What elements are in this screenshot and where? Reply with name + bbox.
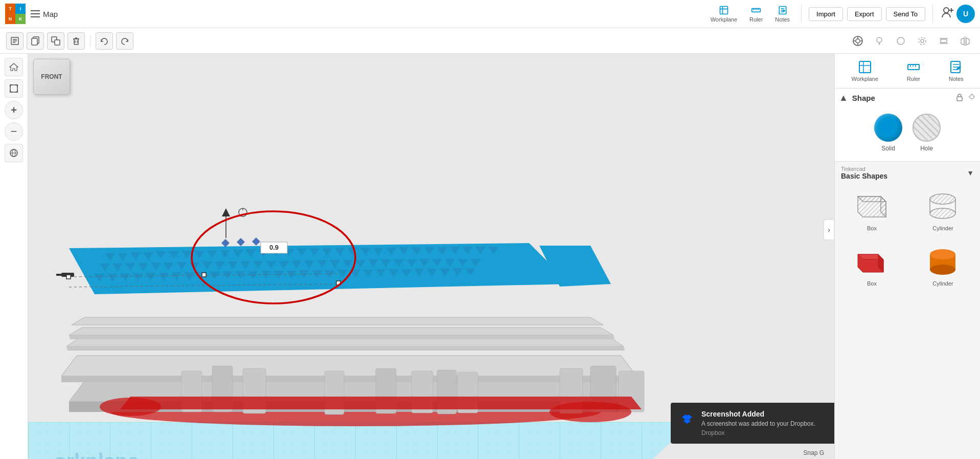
hamburger-icon [31, 10, 40, 17]
shape-label-cylinder-wire: Cylinder [932, 225, 953, 231]
workplane-tool[interactable]: Workplane [847, 58, 882, 84]
send-to-button[interactable]: Send To [886, 7, 925, 21]
shapes-grid: Box [839, 184, 976, 290]
user-avatar[interactable]: U [956, 5, 975, 23]
camera-annotation-icon [852, 35, 863, 47]
shape-item-cylinder-wire[interactable]: Cylinder [910, 184, 976, 234]
shape-library[interactable]: Tinkercad Basic Shapes ▼ [835, 162, 980, 459]
notification-title: Screenshot Added [701, 410, 826, 418]
perspective-icon [9, 148, 18, 158]
hole-option[interactable]: Hole [913, 114, 941, 152]
shape-collapse-arrow[interactable]: ▲ [839, 93, 848, 103]
perspective-button[interactable] [5, 144, 23, 162]
svg-point-42 [921, 39, 924, 42]
new-button[interactable] [6, 32, 24, 50]
lock-button[interactable] [914, 32, 931, 50]
logo-k: K [15, 14, 26, 24]
screenshot-notification: Screenshot Added A screenshot was added … [671, 403, 834, 444]
solid-option[interactable]: Solid [874, 114, 902, 152]
notification-body: A screenshot was added to your Dropbox. [701, 420, 826, 427]
cylinder-wire-thumb [923, 187, 964, 223]
tinkercad-logo[interactable]: T I N K [5, 4, 26, 24]
align-button[interactable] [935, 32, 952, 50]
notes-button[interactable]: Notes [771, 3, 794, 25]
marker-1 [221, 239, 230, 247]
snap-grid-label: Snap G [803, 449, 824, 456]
shape-options: Solid Hole [839, 108, 976, 157]
svg-point-32 [856, 39, 860, 43]
redo-button[interactable] [116, 32, 133, 50]
import-button[interactable]: Import [809, 7, 843, 21]
front-view-label[interactable]: FRONT [33, 59, 70, 95]
library-dropdown-button[interactable]: ▼ [967, 169, 974, 177]
svg-point-177 [930, 208, 955, 218]
toolbar [0, 28, 980, 54]
model-mid-side [61, 376, 636, 382]
align-icon [938, 35, 949, 47]
notification-source: Dropbox [701, 429, 826, 436]
home-view-button[interactable] [5, 58, 23, 76]
workplane-tool-icon [858, 60, 872, 74]
map-menu[interactable]: Map [31, 10, 58, 18]
right-toolbar: Workplane Ruler Notes [835, 54, 980, 89]
home-icon [9, 62, 18, 72]
workplane-button[interactable]: Workplane [706, 3, 741, 25]
panel-toggle-button[interactable]: › [824, 220, 834, 240]
svg-rect-44 [941, 39, 947, 42]
view-cube[interactable]: FRONT [33, 59, 74, 100]
shape-item-box-wire[interactable]: Box [839, 184, 905, 234]
map-title: Map [43, 10, 58, 18]
shape-lock-icon[interactable] [955, 93, 964, 103]
shape-button[interactable] [892, 32, 909, 50]
shape-item-box-solid[interactable]: Box [839, 239, 905, 290]
marker-2 [237, 238, 245, 246]
light-bulb-button[interactable] [871, 32, 888, 50]
library-name: Basic Shapes [841, 172, 887, 180]
duplicate-button[interactable] [47, 32, 64, 50]
undo-button[interactable] [96, 32, 113, 50]
hole-circle-thumb [913, 114, 941, 142]
shape-header: ▲ Shape [839, 93, 976, 103]
shape-light-icon[interactable] [968, 93, 976, 103]
camera-annotation-button[interactable] [849, 32, 867, 50]
export-button[interactable]: Export [847, 7, 882, 21]
logo-i: I [15, 4, 26, 14]
notes-tool[interactable]: Notes [945, 58, 968, 84]
model-red-left [100, 398, 161, 416]
dropbox-icon [679, 410, 695, 426]
mirror-button[interactable] [956, 32, 974, 50]
nav-separator [801, 5, 802, 23]
svg-rect-0 [31, 10, 40, 11]
left-sidebar: + − [0, 54, 28, 459]
connector-left-2 [56, 274, 64, 276]
shape-item-cylinder-solid[interactable]: Cylinder [910, 239, 976, 290]
ruler-button[interactable]: Ruler [745, 3, 767, 25]
model-stripe-2-side [69, 335, 614, 339]
viewport[interactable]: FRONT orkplane [28, 54, 834, 459]
svg-rect-23 [32, 38, 37, 45]
svg-rect-25 [55, 40, 60, 45]
svg-rect-3 [720, 7, 727, 14]
notes-icon [778, 5, 788, 15]
svg-point-167 [970, 95, 974, 99]
delete-button[interactable] [67, 32, 85, 50]
library-info: Tinkercad Basic Shapes [841, 166, 887, 180]
solid-label: Solid [881, 145, 895, 152]
copy-button[interactable] [27, 32, 44, 50]
add-user-button[interactable] [940, 5, 954, 23]
svg-point-15 [944, 8, 949, 13]
add-user-icon [940, 5, 954, 19]
fit-view-icon [9, 84, 18, 93]
undo-icon [100, 36, 109, 46]
zoom-out-button[interactable]: − [5, 122, 23, 141]
dropbox-logo [680, 411, 694, 425]
handle-left [66, 275, 71, 279]
zoom-in-button[interactable]: + [5, 101, 23, 119]
ruler-tool[interactable]: Ruler [902, 58, 925, 84]
nav-left: T I N K Map [5, 4, 58, 24]
workplane-watermark: orkplane [54, 450, 139, 459]
handle-middle [202, 273, 206, 277]
shape-icon [895, 35, 906, 47]
svg-point-186 [930, 249, 955, 259]
fit-view-button[interactable] [5, 79, 23, 98]
